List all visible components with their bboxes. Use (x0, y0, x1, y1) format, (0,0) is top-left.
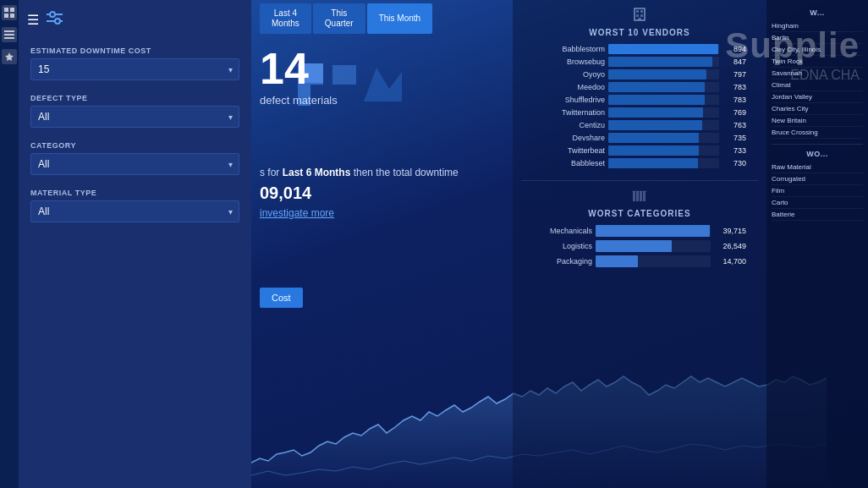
grid-icon[interactable] (2, 5, 17, 20)
category-bar-track (596, 240, 711, 252)
vendor-value: 769 (722, 108, 746, 117)
vendor-value: 763 (722, 121, 746, 129)
worst-categories-title: WORST CATEGORIES (533, 209, 746, 218)
svg-point-11 (55, 19, 60, 24)
svg-rect-1 (10, 8, 14, 12)
vendor-bar-row: Browsebug 847 (533, 57, 746, 67)
category-bar-row: Logistics 26,549 (533, 240, 746, 252)
vendor-bar-row: Meedoo 783 (533, 82, 746, 92)
svg-rect-25 (640, 191, 642, 201)
svg-marker-7 (5, 52, 14, 61)
category-value: 14,700 (714, 257, 746, 266)
filter-label-material-type: MATERIAL TYPE (30, 189, 239, 197)
svg-rect-22 (638, 18, 641, 20)
vendor-name: Shuffledrive (533, 96, 605, 104)
location-item: Bruce Crossing (772, 127, 863, 139)
vendor-name: Twitternation (533, 108, 605, 117)
total-cost: 09,014 (260, 180, 459, 206)
svg-rect-21 (640, 14, 643, 17)
vendor-bar-fill (608, 120, 702, 130)
vendor-value: 783 (722, 96, 746, 104)
vendor-bar-row: Babbleset 730 (533, 158, 746, 168)
top-filter-buttons: Last 4Months ThisQuarter This Month (260, 3, 432, 34)
category-name: Mechanicals (533, 227, 592, 235)
vendor-value: 730 (722, 159, 746, 167)
category-bar-row: Packaging 14,700 (533, 255, 746, 267)
vendor-name: Babblestorm (533, 45, 605, 53)
filter-select-estimated-downtime[interactable]: 15 All 10 20 (30, 58, 239, 80)
vendor-name: Twitterbeat (533, 146, 605, 155)
btn-this-quarter[interactable]: ThisQuarter (313, 3, 365, 34)
filter-select-defect-type[interactable]: All Type A Type B Type C (30, 106, 239, 128)
vendor-bar-row: Shuffledrive 783 (533, 95, 746, 105)
vendor-bar-track (608, 120, 719, 130)
btn-this-month[interactable]: This Month (367, 3, 432, 34)
vendor-bar-track (608, 57, 719, 67)
svg-rect-3 (10, 14, 14, 18)
svg-rect-19 (640, 10, 643, 13)
vendor-bar-track (608, 133, 719, 143)
svg-rect-26 (643, 191, 646, 201)
hamburger-icon[interactable]: ☰ (27, 12, 39, 28)
category-bar-fill (596, 240, 672, 252)
category-bar-fill (596, 225, 710, 237)
vendor-bar-row: Centizu 763 (533, 120, 746, 130)
vendor-bar-track (608, 82, 719, 92)
vendor-name: Babbleset (533, 159, 605, 167)
svg-rect-18 (636, 10, 639, 13)
filter-select-category[interactable]: All Mechanicals Logistics Packaging (30, 153, 239, 175)
bars-icon (533, 188, 746, 207)
vendor-bar-fill (608, 95, 705, 105)
vendors-categories-panel: WORST 10 VENDORS Babblestorm 894 Browseb… (513, 0, 766, 488)
vendor-bar-row: Oyoyo 797 (533, 69, 746, 80)
svg-rect-5 (4, 34, 14, 36)
icon-bar (0, 0, 19, 488)
far-right-categories-list: Raw MaterialCorrugatedFilmCartoBatterie (772, 162, 863, 221)
supplier-title: Supplie (725, 25, 860, 66)
filter-estimated-downtime: ESTIMATED DOWNTIME COST 15 All 10 20 (19, 40, 251, 87)
svg-rect-23 (633, 191, 635, 201)
category-bar-fill (596, 255, 638, 267)
filter-icon (46, 8, 64, 31)
category-bar-track (596, 225, 711, 237)
vendor-bar-fill (608, 82, 705, 92)
vendor-bar-fill (608, 133, 699, 143)
far-category-item: Corrugated (772, 173, 863, 185)
btn-last4months[interactable]: Last 4Months (260, 3, 311, 34)
worst-categories-section: WORST CATEGORIES Mechanicals 39,715 Logi… (521, 188, 758, 267)
info-text-block: s for Last 6 Months then the total downt… (260, 165, 459, 221)
sidebar-header: ☰ (19, 0, 251, 40)
far-right-locations-title: W... (772, 8, 863, 17)
cost-button[interactable]: Cost (260, 288, 303, 308)
category-bar-track (596, 255, 711, 267)
filter-select-material-type[interactable]: All Raw Material Corrugated Film (30, 200, 239, 222)
vendor-name: Oyoyo (533, 70, 605, 79)
vendor-value: 783 (722, 83, 746, 91)
filter-label-estimated-downtime: ESTIMATED DOWNTIME COST (30, 47, 239, 55)
vendor-name: Browsebug (533, 58, 605, 66)
far-category-item: Carto (772, 197, 863, 209)
vendor-bar-row: Babblestorm 894 (533, 44, 746, 54)
location-item: Jordan Valley (772, 91, 863, 103)
vendor-bar-row: Twitterbeat 733 (533, 145, 746, 156)
worst-vendors-title: WORST 10 VENDORS (533, 28, 746, 37)
bold-period: Last 6 Months (283, 167, 351, 178)
building-icon (533, 7, 746, 26)
vendor-bar-track (608, 107, 719, 118)
category-value: 39,715 (714, 227, 746, 235)
categories-bar-chart: Mechanicals 39,715 Logistics 26,549 Pack… (533, 225, 746, 267)
big-number: 14 (260, 47, 338, 90)
star-icon[interactable] (2, 49, 17, 64)
category-value: 26,549 (714, 242, 746, 250)
filter-label-category: CATEGORY (30, 141, 239, 150)
category-bar-row: Mechanicals 39,715 (533, 225, 746, 237)
vendor-value: 733 (722, 146, 746, 155)
vendor-name: Centizu (533, 121, 605, 129)
worst-vendors-section: WORST 10 VENDORS Babblestorm 894 Browseb… (521, 7, 758, 168)
list-icon[interactable] (2, 27, 17, 42)
vendors-bar-chart: Babblestorm 894 Browsebug 847 Oyoyo 797 … (533, 44, 746, 168)
vendor-bar-fill (608, 145, 699, 156)
investigate-link[interactable]: investigate more (260, 206, 459, 221)
vendor-name: Devshare (533, 134, 605, 142)
svg-rect-24 (636, 191, 639, 201)
